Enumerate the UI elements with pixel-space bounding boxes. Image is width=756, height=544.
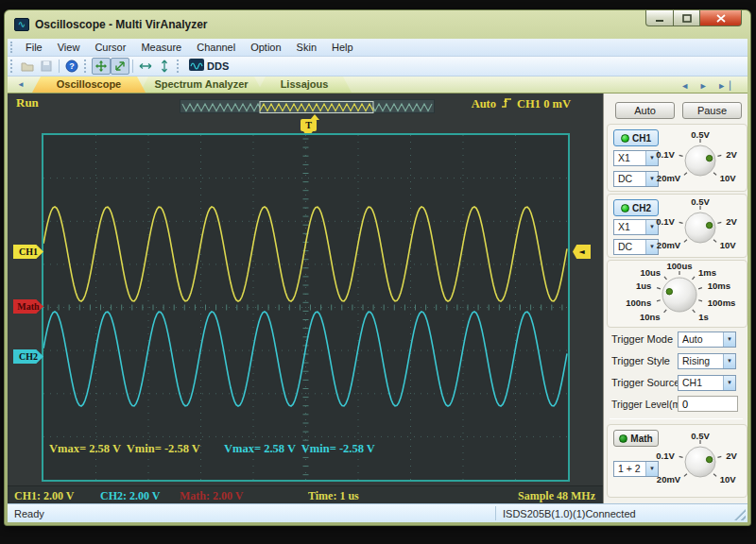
save-button[interactable] (37, 58, 56, 75)
math-enable-button[interactable]: Math (613, 430, 659, 447)
ch2-probe-select[interactable]: X1▼ (613, 219, 659, 235)
menu-view[interactable]: View (50, 39, 88, 56)
ch1-probe-value: X1 (614, 151, 645, 165)
svg-text:20mV: 20mV (657, 240, 681, 250)
app-icon: ∿ (14, 18, 29, 31)
trigger-style-label: Trigger Style (611, 355, 670, 366)
svg-text:20mV: 20mV (657, 173, 681, 183)
auto-button[interactable]: Auto (615, 102, 675, 119)
svg-text:2V: 2V (726, 450, 737, 461)
timebase-knob[interactable]: 100us1ms10ms100ms1s10ns100ns1us10us (608, 261, 747, 329)
menu-file[interactable]: File (18, 39, 50, 56)
ch2-button-label: CH2 (632, 203, 651, 213)
chevron-down-icon: ▼ (723, 376, 735, 390)
ch1-position-marker[interactable]: CH1 (13, 245, 43, 259)
math-operation-select[interactable]: 1 + 2▼ (613, 461, 659, 477)
move-trace-icon[interactable] (92, 58, 111, 75)
menu-help[interactable]: Help (324, 39, 361, 56)
svg-text:?: ? (69, 61, 75, 71)
math-position-marker[interactable]: Math (13, 299, 43, 314)
status-separator (495, 506, 496, 520)
chevron-down-icon: ▼ (723, 332, 735, 347)
resize-grip[interactable] (734, 509, 746, 520)
trigger-source-value: CH1 (679, 376, 723, 390)
svg-text:0.5V: 0.5V (691, 431, 710, 441)
ch1-button-label: CH1 (632, 133, 651, 144)
maximize-button[interactable] (674, 10, 700, 26)
help-icon[interactable]: ? (62, 58, 81, 75)
svg-text:0.5V: 0.5V (691, 129, 710, 140)
math-button-label: Math (630, 434, 652, 444)
svg-text:0.1V: 0.1V (656, 450, 675, 461)
pause-button[interactable]: Pause (682, 102, 742, 119)
svg-text:2V: 2V (726, 149, 737, 160)
tab-spectrum-analyzer[interactable]: Spectrum Analyzer (140, 76, 263, 93)
trigger-time-marker[interactable]: T (301, 119, 317, 131)
svg-text:100us: 100us (667, 261, 693, 271)
ch1-group: CH1 X1▼ DC▼ 0.5V2V10V20mV0.1V (607, 124, 747, 192)
title-bar[interactable]: ∿ Oscilloscope - Multi VirAnalyzer (5, 10, 750, 39)
ch2-enable-button[interactable]: CH2 (613, 199, 659, 216)
trigger-level-marker[interactable]: ◄ (573, 245, 591, 259)
ch2-coupling-select[interactable]: DC▼ (613, 239, 659, 255)
svg-text:100ns: 100ns (626, 298, 651, 308)
menu-option[interactable]: Option (243, 39, 288, 56)
trigger-mode-select[interactable]: Auto▼ (678, 332, 736, 348)
rising-edge-icon (501, 96, 512, 112)
ch1-enable-button[interactable]: CH1 (613, 129, 659, 146)
chevron-down-icon: ▼ (723, 354, 735, 368)
trigger-mode-label: Trigger Mode (611, 333, 673, 345)
toolbar-grip2 (84, 60, 89, 73)
ch1-probe-select[interactable]: X1▼ (613, 150, 659, 166)
tab-scroll-left-icon[interactable]: ◄ (13, 77, 28, 92)
trigger-mode-value: Auto (679, 332, 723, 347)
menu-grip (10, 42, 15, 54)
trigger-style-select[interactable]: Rising▼ (678, 353, 736, 369)
status-device: ISDS205B(1.0)(1)Connected (503, 504, 636, 522)
ch2-position-marker[interactable]: CH2 (13, 349, 43, 364)
menu-cursor[interactable]: Cursor (87, 39, 133, 56)
dds-icon (189, 58, 204, 75)
svg-text:100ms: 100ms (708, 298, 736, 308)
svg-text:10V: 10V (720, 240, 737, 250)
tab-lissajous[interactable]: Lissajous (257, 76, 352, 93)
trigger-mode-readout: Auto (472, 97, 496, 111)
math-volts-knob[interactable]: 0.5V2V10V20mV0.1V (657, 427, 747, 495)
svg-text:10V: 10V (720, 474, 737, 484)
close-button[interactable] (700, 10, 742, 26)
ch2-volts-knob[interactable]: 0.5V2V10V20mV0.1V (657, 193, 747, 259)
horizontal-expand-icon[interactable] (136, 58, 155, 75)
ch1-volts-knob[interactable]: 0.5V2V10V20mV0.1V (657, 125, 747, 193)
app-window: ∿ Oscilloscope - Multi VirAnalyzer File … (4, 9, 751, 526)
trigger-source-select[interactable]: CH1▼ (678, 375, 736, 391)
vertical-expand-icon[interactable] (155, 58, 174, 75)
trigger-level-input[interactable] (678, 396, 738, 412)
status-ready: Ready (14, 504, 44, 522)
svg-text:1us: 1us (636, 280, 651, 291)
open-button[interactable] (18, 58, 37, 75)
toolbar-separator2 (132, 60, 133, 73)
menu-skin[interactable]: Skin (289, 39, 324, 56)
run-status: Run (16, 95, 39, 110)
timebase-group: 100us1ms10ms100ms1s10ns100ns1us10us (607, 260, 747, 328)
svg-text:1s: 1s (698, 312, 709, 322)
tab-oscilloscope[interactable]: Oscilloscope (32, 76, 146, 93)
dds-label: DDS (207, 60, 229, 72)
menu-measure[interactable]: Measure (133, 39, 189, 56)
minimize-button[interactable] (645, 10, 674, 26)
ch2-led-icon (621, 204, 629, 212)
scale-trace-icon[interactable] (111, 58, 129, 75)
trigger-channel-readout: CH1 0 mV (517, 97, 571, 111)
dds-button[interactable]: DDS (184, 58, 233, 75)
toolbar-separator (59, 60, 60, 73)
ch1-led-icon (621, 134, 629, 143)
svg-text:0.1V: 0.1V (656, 149, 675, 160)
ch1-coupling-select[interactable]: DC▼ (613, 171, 659, 187)
ch1-vmax-vmin: Vmax= 2.58 V Vmin= -2.58 V (49, 440, 200, 459)
menu-channel[interactable]: Channel (189, 39, 243, 56)
svg-text:10V: 10V (720, 173, 737, 183)
menu-bar: File View Cursor Measure Channel Option … (8, 39, 747, 57)
waveform-preview-strip[interactable] (180, 99, 435, 113)
tab-nav-arrows-icon[interactable]: ◄ ► ►▏ (680, 81, 740, 91)
toolbar-grip3 (177, 60, 181, 73)
